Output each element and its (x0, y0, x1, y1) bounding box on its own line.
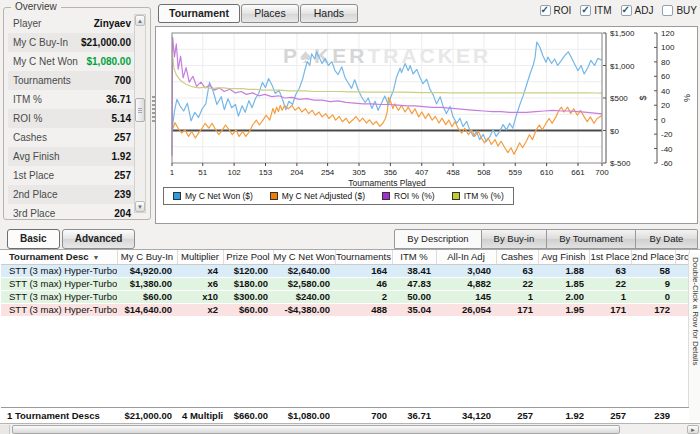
overview-stat-value: 700 (114, 75, 131, 86)
filter-label: BUY (676, 5, 697, 16)
table-cell (675, 290, 689, 303)
overview-stat-row: Tournaments700 (8, 71, 135, 90)
svg-text:-60: -60 (661, 159, 673, 168)
table-cell: $2,640.00 (273, 264, 335, 277)
overview-stat-row: My C Net Won$1,080.00 (8, 52, 135, 71)
horizontal-scrollbar-thumb[interactable] (12, 425, 620, 434)
column-header-itm-[interactable]: ITM % (392, 250, 436, 264)
legend-swatch (452, 192, 460, 200)
table-cell: 1 (589, 290, 631, 303)
table-cell: $60.00 (223, 303, 273, 316)
svg-text:$500: $500 (610, 94, 628, 103)
overview-scrollbar-thumb[interactable] (135, 98, 145, 122)
totals-cell: 1.92 (538, 408, 589, 423)
svg-text:60: 60 (661, 72, 670, 81)
table-cell: x4 (177, 264, 223, 277)
totals-cell: 4 Multiplier(s) (177, 408, 223, 423)
chart-panel: P♠KERTRACKER1511021532042543053564074585… (155, 26, 698, 224)
column-header-my-c-net-won[interactable]: My C Net Won (273, 250, 335, 264)
svg-text:204: 204 (290, 168, 304, 177)
overview-stat-row: Avg Finish1.92 (8, 147, 135, 166)
overview-stat-row: PlayerZinyaev (8, 14, 135, 33)
table-cell: x2 (177, 303, 223, 316)
horizontal-scrollbar[interactable]: ► (0, 423, 700, 434)
tab-basic[interactable]: Basic (7, 229, 60, 249)
by-date-button[interactable]: By Date (636, 229, 698, 249)
table-cell: 38.41 (392, 264, 436, 277)
table-cell: 1.95 (538, 303, 589, 316)
legend-swatch (382, 192, 390, 200)
table-row[interactable]: STT (3 max) Hyper-Turbo$4,920.00x4$120.0… (1, 264, 689, 277)
itm-checkbox[interactable] (580, 5, 591, 16)
filter-buy[interactable]: BUY (662, 5, 697, 16)
by-tournament-button[interactable]: By Tournament (547, 229, 636, 249)
svg-text:120: 120 (661, 29, 675, 38)
table-cell (675, 277, 689, 290)
legend-swatch (173, 192, 181, 200)
column-header-prize-pool[interactable]: Prize Pool (223, 250, 273, 264)
legend-label: ITM % (%) (464, 191, 504, 201)
overview-scrollbar[interactable]: ▲ ▼ (134, 14, 146, 213)
scrollbar-corner (0, 425, 10, 434)
table-row[interactable]: STT (3 max) Hyper-Turbo$60.00x10$300.00$… (1, 290, 689, 303)
tab-places[interactable]: Places (241, 4, 299, 23)
by-description-button[interactable]: By Description (394, 229, 481, 249)
table-cell: 3,040 (436, 264, 496, 277)
filter-itm[interactable]: ITM (580, 5, 611, 16)
filter-roi[interactable]: ROI (540, 5, 572, 16)
column-header-multiplier[interactable]: Multiplier (177, 250, 223, 264)
scroll-down-icon[interactable]: ▼ (135, 201, 145, 212)
overview-stat-row: 3rd Place204 (8, 204, 135, 223)
overview-panel: Overview PlayerZinyaevMy C Buy-In$21,000… (3, 7, 151, 220)
overview-stat-row: 1st Place257 (8, 166, 135, 185)
legend-item: ROI % (%) (382, 191, 435, 201)
table-cell: 2 (335, 290, 392, 303)
svg-text:102: 102 (227, 168, 241, 177)
sort-arrow-icon: ▼ (93, 254, 100, 261)
column-header-tournament-desc[interactable]: Tournament Desc▼ (1, 250, 117, 264)
buy-checkbox[interactable] (662, 5, 673, 16)
column-header-my-c-buy-in[interactable]: My C Buy-In (117, 250, 177, 264)
overview-stat-value: $21,000.00 (81, 37, 131, 48)
table-cell: $180.00 (223, 277, 273, 290)
overview-stat-label: Tournaments (13, 75, 71, 86)
table-cell: 1 (496, 290, 538, 303)
column-header-avg-finish[interactable]: Avg Finish (538, 250, 589, 264)
column-header-1st-place[interactable]: 1st Place (589, 250, 631, 264)
filter-adj[interactable]: ADJ (621, 5, 654, 16)
pokertracker-window: Overview PlayerZinyaevMy C Buy-In$21,000… (0, 0, 700, 434)
column-header-cashes[interactable]: Cashes (496, 250, 538, 264)
scroll-right-icon[interactable]: ► (687, 425, 699, 434)
tab-tournament[interactable]: Tournament (158, 4, 240, 23)
legend-label: My C Net Adjusted ($) (282, 191, 365, 201)
by-buy-in-button[interactable]: By Buy-in (482, 229, 548, 249)
overview-stat-label: 2nd Place (13, 189, 57, 200)
totals-cell: 36.71 (392, 408, 436, 423)
legend-label: ROI % (%) (394, 191, 435, 201)
overview-stat-value: 257 (114, 170, 131, 181)
adj-checkbox[interactable] (621, 5, 632, 16)
overview-stat-row: ROI %5.14 (8, 109, 135, 128)
svg-text:$-500: $-500 (610, 159, 631, 168)
column-header-2nd-place[interactable]: 2nd Place (631, 250, 675, 264)
table-cell: x10 (177, 290, 223, 303)
column-header-3rc[interactable]: 3rc (675, 250, 689, 264)
results-table: Tournament Desc▼My C Buy-InMultiplierPri… (1, 250, 690, 317)
table-cell: $1,380.00 (117, 277, 177, 290)
scroll-up-icon[interactable]: ▲ (135, 15, 145, 26)
column-header-all-in-adj[interactable]: All-In Adj (436, 250, 496, 264)
column-header-tournaments[interactable]: Tournaments (335, 250, 392, 264)
svg-text:$1,500: $1,500 (610, 29, 635, 38)
tab-advanced[interactable]: Advanced (62, 229, 136, 249)
table-cell: 145 (436, 290, 496, 303)
table-cell: 46 (335, 277, 392, 290)
table-row[interactable]: STT (3 max) Hyper-Turbo$14,640.00x2$60.0… (1, 303, 689, 316)
legend-item: ITM % (%) (452, 191, 504, 201)
overview-stat-value: 239 (114, 189, 131, 200)
table-row[interactable]: STT (3 max) Hyper-Turbo$1,380.00x6$180.0… (1, 277, 689, 290)
table-cell: 9 (631, 277, 675, 290)
overview-stat-label: 3rd Place (13, 208, 55, 219)
tab-hands[interactable]: Hands (300, 4, 358, 23)
roi-checkbox[interactable] (540, 5, 551, 16)
overview-stat-row: Cashes257 (8, 128, 135, 147)
